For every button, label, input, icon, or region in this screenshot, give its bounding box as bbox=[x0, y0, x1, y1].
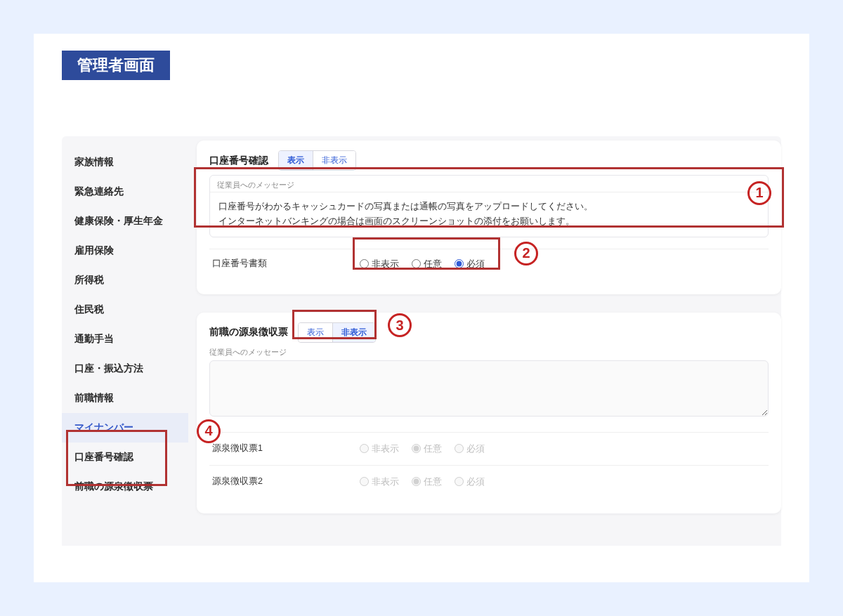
main-column: 口座番号確認 表示 非表示 従業員へのメッセージ 口座番号がわかるキャッシュカー… bbox=[188, 136, 781, 546]
toggle-hide-withholding[interactable]: 非表示 bbox=[333, 323, 375, 342]
toggle-show-account[interactable]: 表示 bbox=[279, 151, 313, 170]
sidebar-item-income-tax[interactable]: 所得税 bbox=[62, 266, 188, 295]
radio-required-w2: 必須 bbox=[455, 476, 485, 488]
card-account-confirm: 口座番号確認 表示 非表示 従業員へのメッセージ 口座番号がわかるキャッシュカー… bbox=[197, 140, 781, 294]
sidebar-item-mynumber[interactable]: マイナンバー bbox=[62, 413, 188, 443]
app-shell: 家族情報 緊急連絡先 健康保険・厚生年金 雇用保険 所得税 住民税 通勤手当 口… bbox=[56, 136, 787, 546]
message-block-account: 従業員へのメッセージ 口座番号がわかるキャッシュカードの写真または通帳の写真をア… bbox=[209, 175, 769, 237]
radio-optional-account[interactable]: 任意 bbox=[412, 258, 442, 270]
annotation-number-1: 1 bbox=[747, 178, 771, 205]
radio-required-label: 必須 bbox=[466, 258, 485, 270]
sidebar-item-withholding[interactable]: 前職の源泉徴収票 bbox=[62, 472, 188, 502]
row-label-account-doc: 口座番号書類 bbox=[212, 258, 360, 270]
toggle-show-withholding[interactable]: 表示 bbox=[299, 323, 333, 342]
radio-required-w1: 必須 bbox=[455, 443, 485, 455]
row-label-withholding-2: 源泉徴収票2 bbox=[212, 476, 360, 487]
message-textarea-withholding[interactable] bbox=[209, 360, 769, 417]
radio-set-withholding-2: 非表示 任意 必須 bbox=[360, 476, 485, 488]
radio-set-withholding-1: 非表示 任意 必須 bbox=[360, 443, 485, 455]
row-label-withholding-1: 源泉徴収票1 bbox=[212, 443, 360, 454]
radio-set-account-doc: 非表示 任意 必須 bbox=[360, 258, 485, 270]
annotation-number-4: 4 bbox=[197, 417, 221, 443]
page-canvas: 管理者画面 家族情報 緊急連絡先 健康保険・厚生年金 雇用保険 所得税 住民税 … bbox=[34, 34, 809, 582]
annotation-number-3: 3 bbox=[388, 311, 412, 338]
sidebar: 家族情報 緊急連絡先 健康保険・厚生年金 雇用保険 所得税 住民税 通勤手当 口… bbox=[62, 136, 188, 546]
sidebar-item-bank[interactable]: 口座・振込方法 bbox=[62, 354, 188, 384]
row-account-doc: 口座番号書類 非表示 任意 必須 bbox=[209, 249, 769, 279]
sidebar-item-health-pension[interactable]: 健康保険・厚生年金 bbox=[62, 207, 188, 236]
card-title-account: 口座番号確認 bbox=[209, 155, 268, 167]
sidebar-item-employment-ins[interactable]: 雇用保険 bbox=[62, 236, 188, 266]
row-withholding-2: 源泉徴収票2 非表示 任意 必須 bbox=[209, 465, 769, 498]
radio-hidden-account[interactable]: 非表示 bbox=[360, 258, 399, 270]
toggle-hide-account[interactable]: 非表示 bbox=[313, 151, 355, 170]
page-title-badge: 管理者画面 bbox=[62, 51, 170, 80]
row-withholding-1: 源泉徴収票1 非表示 任意 必須 bbox=[209, 432, 769, 465]
toggle-account-visibility: 表示 非表示 bbox=[278, 150, 356, 171]
card-title-withholding: 前職の源泉徴収票 bbox=[209, 326, 288, 339]
sidebar-item-account-confirm[interactable]: 口座番号確認 bbox=[62, 443, 188, 472]
annotation-number-2: 2 bbox=[514, 239, 538, 266]
sidebar-item-emergency[interactable]: 緊急連絡先 bbox=[62, 177, 188, 207]
radio-hidden-label: 非表示 bbox=[372, 258, 399, 270]
message-body-account[interactable]: 口座番号がわかるキャッシュカードの写真または通帳の写真をアップロードしてください… bbox=[210, 192, 768, 237]
sidebar-item-family[interactable]: 家族情報 bbox=[62, 148, 188, 177]
toggle-withholding-visibility: 表示 非表示 bbox=[298, 322, 376, 343]
message-label: 従業員へのメッセージ bbox=[210, 176, 768, 192]
message-label-withholding: 従業員へのメッセージ bbox=[209, 347, 769, 358]
radio-required-account[interactable]: 必須 bbox=[455, 258, 485, 270]
radio-hidden-w2: 非表示 bbox=[360, 476, 399, 488]
sidebar-item-commute[interactable]: 通勤手当 bbox=[62, 325, 188, 354]
radio-optional-w1: 任意 bbox=[412, 443, 442, 455]
card-withholding: 前職の源泉徴収票 表示 非表示 従業員へのメッセージ 源泉徴収票1 非表示 任意… bbox=[197, 313, 781, 513]
radio-hidden-w1: 非表示 bbox=[360, 443, 399, 455]
sidebar-item-resident-tax[interactable]: 住民税 bbox=[62, 295, 188, 325]
radio-optional-label: 任意 bbox=[424, 258, 442, 270]
radio-optional-w2: 任意 bbox=[412, 476, 442, 488]
sidebar-item-prev-job[interactable]: 前職情報 bbox=[62, 384, 188, 413]
